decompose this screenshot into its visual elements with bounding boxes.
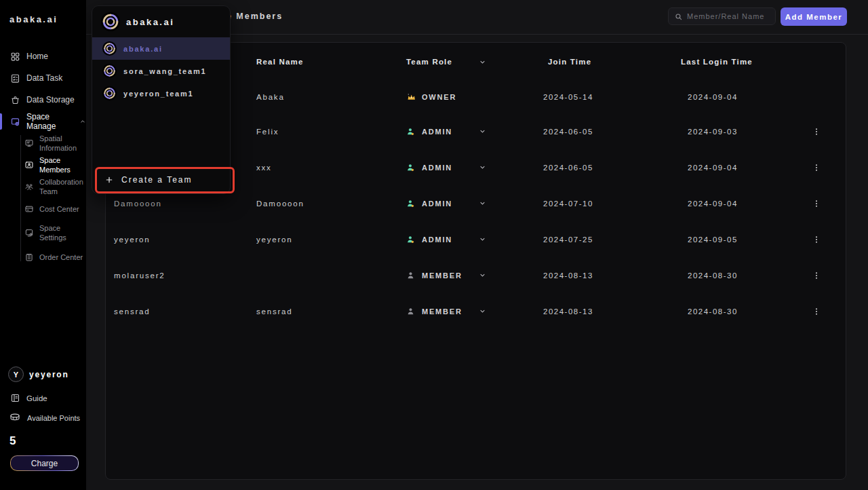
- column-last-login-time: Last Login Time: [681, 58, 812, 66]
- row-menu-button[interactable]: [812, 234, 824, 245]
- sidebar-subitem-order-center[interactable]: Order Center: [0, 250, 86, 264]
- member-name-cell: sensrad: [114, 307, 256, 316]
- team-role-filter-chevron-icon[interactable]: [479, 58, 543, 66]
- role-label: ADMIN: [422, 200, 452, 208]
- last-login-cell: 2024-09-04: [681, 164, 812, 172]
- sidebar-nav: Home Data Task Data Storage Space Manage: [0, 45, 86, 132]
- sidebar-item-home[interactable]: Home: [0, 45, 86, 67]
- sidebar-item-label: Data Storage: [26, 95, 75, 105]
- last-login-cell: 2024-09-04: [681, 200, 812, 208]
- real-name-cell: sensrad: [256, 307, 406, 316]
- home-icon: [10, 52, 20, 62]
- create-team-button[interactable]: Create a Team: [92, 167, 230, 192]
- team-logo-icon: [102, 64, 117, 78]
- role-label: ADMIN: [422, 128, 452, 136]
- role-label: OWNER: [422, 93, 456, 101]
- data-task-icon: [10, 73, 20, 83]
- role-chevron-icon[interactable]: [479, 271, 543, 279]
- sidebar: abaka.ai Home Data Task Data Storage Spa…: [0, 0, 86, 490]
- search-box[interactable]: [668, 7, 776, 25]
- role-label: MEMBER: [422, 271, 462, 280]
- space-manage-icon: [10, 117, 20, 127]
- username: yeyeron: [29, 370, 69, 379]
- team-logo-icon: [102, 41, 117, 56]
- team-item-sora-wang-team1[interactable]: sora_wang_team1: [92, 60, 230, 82]
- spatial-information-icon: [24, 138, 34, 148]
- sidebar-item-label: Data Task: [26, 73, 62, 83]
- role-chevron-icon[interactable]: [479, 200, 543, 207]
- join-time-cell: 2024-05-14: [543, 93, 681, 101]
- real-name-cell: yeyeron: [256, 235, 406, 244]
- space-members-icon: [24, 160, 34, 170]
- role-chevron-icon[interactable]: [479, 307, 543, 315]
- team-list: abaka.ai sora_wang_team1 yeyeron_team1: [92, 37, 230, 105]
- chevron-up-icon: [79, 118, 86, 125]
- points-value: 5: [9, 434, 16, 448]
- row-menu-button[interactable]: [812, 162, 824, 173]
- points-icon: [9, 413, 21, 423]
- available-points[interactable]: Available Points: [9, 413, 80, 423]
- owner-role-icon: [406, 92, 416, 102]
- guide-label: Guide: [26, 394, 47, 402]
- sidebar-subitem-spatial-information[interactable]: Spatial Information: [0, 134, 86, 153]
- member-name-cell: molaruser2: [114, 271, 256, 280]
- member-role-icon: [406, 307, 416, 316]
- sidebar-subitem-label: Spatial Information: [39, 134, 85, 153]
- points-label: Available Points: [27, 414, 80, 422]
- role-chevron-icon[interactable]: [479, 128, 543, 135]
- row-menu-button[interactable]: [812, 198, 824, 209]
- data-storage-icon: [10, 95, 20, 105]
- team-item-label: sora_wang_team1: [123, 67, 206, 75]
- team-item-abaka-ai[interactable]: abaka.ai: [92, 37, 230, 60]
- order-center-icon: [24, 252, 34, 262]
- last-login-cell: 2024-08-30: [681, 271, 812, 280]
- guide-link[interactable]: Guide: [10, 393, 47, 403]
- sidebar-subitem-collaboration-team[interactable]: Collaboration Team: [0, 177, 86, 196]
- sidebar-item-data-storage[interactable]: Data Storage: [0, 89, 86, 111]
- role-label: MEMBER: [422, 307, 462, 316]
- sidebar-subitem-label: Space Members: [39, 155, 85, 174]
- real-name-cell: Damoooon: [256, 200, 406, 208]
- search-icon: [674, 12, 683, 21]
- add-member-button[interactable]: Add Member: [781, 7, 847, 26]
- admin-role-icon: [406, 127, 416, 136]
- column-team-role: Team Role: [406, 58, 479, 66]
- role-label: ADMIN: [422, 164, 452, 172]
- sidebar-item-data-task[interactable]: Data Task: [0, 67, 86, 89]
- sidebar-subitem-label: Collaboration Team: [39, 177, 85, 196]
- real-name-cell: Abaka: [256, 93, 406, 101]
- role-chevron-icon[interactable]: [479, 164, 543, 171]
- team-role-cell: MEMBER: [406, 307, 479, 316]
- join-time-cell: 2024-07-25: [543, 235, 681, 244]
- last-login-cell: 2024-09-05: [681, 235, 812, 244]
- search-input[interactable]: [687, 12, 770, 20]
- member-name-cell: yeyeron: [114, 235, 256, 244]
- team-item-label: yeyeron_team1: [123, 90, 194, 98]
- team-role-cell: ADMIN: [406, 127, 479, 136]
- team-role-cell: ADMIN: [406, 235, 479, 244]
- team-role-cell: ADMIN: [406, 199, 479, 208]
- member-name-cell: Damoooon: [114, 200, 256, 208]
- row-menu-button[interactable]: [812, 306, 824, 317]
- sidebar-subitem-space-settings[interactable]: Space Settings: [0, 223, 86, 242]
- row-menu-button[interactable]: [812, 270, 824, 281]
- role-label: ADMIN: [422, 235, 452, 244]
- sidebar-subitem-cost-center[interactable]: Cost Center: [0, 202, 86, 216]
- real-name-cell: xxx: [256, 164, 406, 172]
- collaboration-team-icon: [24, 182, 34, 191]
- user-profile[interactable]: Y yeyeron: [8, 366, 69, 382]
- column-join-time: Join Time: [548, 58, 681, 66]
- sidebar-item-label: Home: [26, 52, 48, 61]
- charge-button[interactable]: Charge: [10, 455, 79, 471]
- current-team-header[interactable]: abaka.ai: [92, 6, 230, 37]
- sidebar-item-space-manage[interactable]: Space Manage: [0, 111, 86, 132]
- role-chevron-icon[interactable]: [479, 235, 543, 243]
- space-settings-icon: [24, 228, 34, 238]
- team-item-yeyeron-team1[interactable]: yeyeron_team1: [92, 82, 230, 105]
- sidebar-subitem-space-members[interactable]: Space Members: [0, 155, 86, 174]
- last-login-cell: 2024-08-30: [681, 307, 812, 316]
- table-row: yeyeron yeyeron ADMIN 2024-07-25 2024-09…: [106, 221, 846, 257]
- plus-icon: [105, 176, 113, 184]
- create-team-label: Create a Team: [121, 175, 193, 185]
- row-menu-button[interactable]: [812, 126, 824, 137]
